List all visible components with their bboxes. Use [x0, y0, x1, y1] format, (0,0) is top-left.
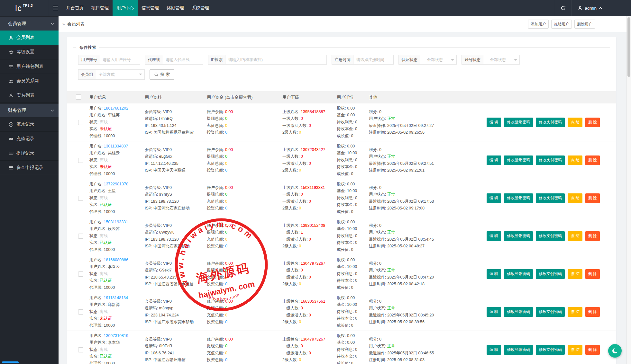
invest-value[interactable]: 0 — [225, 244, 227, 248]
freeze-button[interactable]: 冻 结 — [568, 193, 582, 203]
delete-user-button[interactable]: 删除用户 — [574, 20, 595, 29]
agent-input[interactable] — [163, 55, 203, 65]
delete-button[interactable]: 删 除 — [585, 269, 600, 279]
delete-button[interactable]: 删 除 — [585, 345, 600, 355]
change-login-password-button[interactable]: 修改登录密码 — [504, 269, 533, 279]
change-pay-password-button[interactable]: 修改支付密码 — [536, 118, 565, 127]
delete-button[interactable]: 删 除 — [585, 231, 600, 241]
edit-button[interactable]: 编 辑 — [487, 118, 501, 127]
invest-value[interactable]: 0 — [225, 168, 227, 173]
freeze-button[interactable]: 冻 结 — [568, 231, 582, 241]
change-login-password-button[interactable]: 修改登录密码 — [504, 118, 533, 127]
row-checkbox[interactable] — [78, 309, 83, 315]
sidebar-item-user-wallet-list[interactable]: 用户钱包列表 — [0, 59, 59, 74]
floating-theme-button[interactable] — [608, 344, 622, 358]
auth-status-select[interactable]: -- 全部状态 -- — [420, 55, 457, 65]
delete-button[interactable]: 删 除 — [585, 155, 600, 165]
sidebar-item-member-list[interactable]: 会员列表 — [0, 31, 59, 45]
withdraw-value[interactable]: 0 — [225, 230, 227, 235]
username-value[interactable]: 18617681202 — [104, 106, 128, 111]
menu-item-projects[interactable]: 项目管理 — [87, 0, 113, 16]
balance-value[interactable]: 0.00 — [225, 147, 233, 152]
row-checkbox[interactable] — [78, 120, 83, 125]
menu-item-info[interactable]: 信息管理 — [138, 0, 163, 16]
sidebar-item-realname-list[interactable]: 实名列表 — [0, 88, 59, 103]
page-scrollbar[interactable] — [626, 16, 631, 364]
row-checkbox[interactable] — [78, 158, 83, 163]
invest-value[interactable]: 0 — [225, 320, 227, 324]
withdraw-value[interactable]: 0 — [225, 116, 227, 121]
sidebar-item-flow-records[interactable]: ¥ 流水记录 — [0, 117, 59, 132]
balance-value[interactable]: 0.00 — [225, 223, 233, 228]
freeze-button[interactable]: 冻 结 — [568, 118, 582, 127]
balance-value[interactable]: 0.00 — [225, 337, 233, 342]
edit-button[interactable]: 编 辑 — [487, 269, 501, 279]
change-login-password-button[interactable]: 修改登录密码 — [504, 193, 533, 203]
change-login-password-button[interactable]: 修改登录密码 — [504, 231, 533, 241]
edit-button[interactable]: 编 辑 — [487, 231, 501, 241]
recharge-value[interactable]: 0 — [225, 313, 227, 317]
change-login-password-button[interactable]: 修改登录密码 — [504, 345, 533, 355]
menu-item-user-center[interactable]: 用户中心 — [113, 0, 138, 16]
sidebar-item-member-network[interactable]: 会员关系网 — [0, 74, 59, 88]
change-pay-password-button[interactable]: 修改支付密码 — [536, 155, 565, 165]
withdraw-value[interactable]: 0 — [225, 344, 227, 348]
sidebar-item-withdraw-records[interactable]: 提现记录 — [0, 146, 59, 161]
add-user-button[interactable]: 添加用户 — [528, 20, 549, 29]
search-button[interactable]: 搜 索 — [150, 69, 175, 80]
register-time-input[interactable] — [353, 55, 394, 65]
withdraw-value[interactable]: 0 — [225, 268, 227, 272]
freeze-button[interactable]: 冻 结 — [568, 155, 582, 165]
freeze-button[interactable]: 冻 结 — [568, 307, 582, 317]
sidebar-item-recharge-records[interactable]: PayPal 充值记录 — [0, 132, 59, 146]
change-pay-password-button[interactable]: 修改支付密码 — [536, 231, 565, 241]
invest-value[interactable]: 0 — [225, 130, 227, 135]
ip-search-input[interactable] — [225, 55, 327, 65]
change-pay-password-button[interactable]: 修改支付密码 — [536, 307, 565, 317]
row-checkbox[interactable] — [78, 196, 83, 201]
withdraw-value[interactable]: 0 — [225, 154, 227, 159]
row-checkbox[interactable] — [78, 347, 83, 352]
invest-value[interactable]: 0 — [225, 206, 227, 210]
sidebar-toggle-button[interactable] — [48, 0, 62, 16]
sidebar-group-member-management[interactable]: 会员管理 — [0, 17, 59, 31]
balance-value[interactable]: 0.00 — [225, 261, 233, 266]
freeze-button[interactable]: 冻 结 — [568, 345, 582, 355]
delete-button[interactable]: 删 除 — [585, 193, 600, 203]
menu-item-system[interactable]: 系统管理 — [188, 0, 213, 16]
username-value[interactable]: 13011334807 — [104, 144, 128, 148]
sidebar-item-level-settings[interactable]: 等级设置 — [0, 45, 59, 59]
change-pay-password-button[interactable]: 修改支付密码 — [536, 193, 565, 203]
edit-button[interactable]: 编 辑 — [487, 345, 501, 355]
edit-button[interactable]: 编 辑 — [487, 193, 501, 203]
edit-button[interactable]: 编 辑 — [487, 307, 501, 317]
change-pay-password-button[interactable]: 修改支付密码 — [536, 269, 565, 279]
recharge-value[interactable]: 0 — [225, 123, 227, 128]
change-login-password-button[interactable]: 修改登录密码 — [504, 307, 533, 317]
refresh-button[interactable] — [555, 0, 571, 16]
username-value[interactable]: 13097310819 — [104, 333, 128, 338]
balance-value[interactable]: 0.00 — [225, 299, 233, 304]
scrollbar-thumb[interactable] — [627, 17, 630, 77]
username-value[interactable]: 13722981378 — [104, 182, 128, 186]
admin-menu[interactable]: admin — [571, 0, 608, 16]
member-group-select[interactable]: 全部方式 — [96, 69, 145, 80]
change-pay-password-button[interactable]: 修改支付密码 — [536, 345, 565, 355]
username-value[interactable]: 19118148134 — [104, 296, 128, 300]
delete-button[interactable]: 删 除 — [585, 118, 600, 127]
username-value[interactable]: 18166080886 — [104, 258, 128, 262]
row-checkbox[interactable] — [78, 234, 83, 239]
withdraw-value[interactable]: 0 — [225, 192, 227, 197]
sidebar-item-fund-declaration-records[interactable]: 资金申报记录 — [0, 161, 59, 175]
delete-button[interactable]: 删 除 — [585, 307, 600, 317]
account-input[interactable] — [100, 55, 140, 65]
balance-value[interactable]: 0.00 — [225, 185, 233, 190]
username-value[interactable]: 15031193331 — [104, 220, 128, 224]
change-login-password-button[interactable]: 修改登录密码 — [504, 155, 533, 165]
freeze-button[interactable]: 冻 结 — [568, 269, 582, 279]
menu-item-dashboard[interactable]: 后台首页 — [62, 0, 87, 16]
balance-value[interactable]: 0.00 — [225, 110, 233, 114]
account-status-select[interactable]: -- 全部状态 -- — [483, 55, 520, 65]
recharge-value[interactable]: 0 — [225, 199, 227, 204]
recharge-value[interactable]: 0 — [225, 351, 227, 355]
